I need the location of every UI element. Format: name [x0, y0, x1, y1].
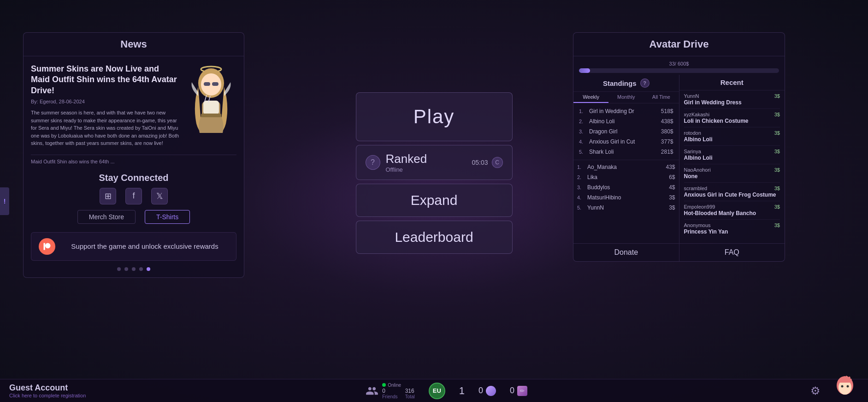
twitter-icon[interactable]: 𝕏 [151, 188, 168, 204]
score-2: 438$ [661, 118, 673, 125]
svg-rect-9 [201, 114, 221, 117]
patreon-section[interactable]: Support the game and unlock exclusive re… [31, 232, 236, 261]
facebook-icon[interactable]: f [125, 188, 142, 204]
recent-item-6: scrambled 3$ Anxious Girl in Cute Frog C… [684, 186, 780, 201]
svg-rect-3 [203, 101, 219, 114]
main-action-buttons: Play ? Ranked Offline 05:03 C Expand Lea… [356, 92, 513, 254]
standings-column: Standings ? Weekly Monthly All Time 1. G… [573, 75, 679, 243]
standings-item-1: 1. Girl in Wedding Dr 518$ [579, 106, 673, 116]
recent-skin-1: Girl in Wedding Dress [684, 99, 780, 106]
dot-3[interactable] [132, 267, 136, 271]
ranked-button[interactable]: ? Ranked Offline 05:03 C [356, 145, 513, 180]
character-illustration [188, 64, 234, 135]
carousel-dots [24, 267, 244, 277]
avatar-footer: Donate FAQ [573, 243, 785, 261]
name-5: Shark Loli [587, 149, 661, 155]
leaderboard-button[interactable]: Leaderboard [356, 221, 513, 254]
patreon-icon [39, 238, 55, 255]
personal-item-4: 4. MatsuriHibino 3$ [577, 192, 675, 203]
svg-rect-5 [204, 82, 210, 86]
recent-amount-8: 3$ [774, 222, 780, 228]
score-4: 377$ [661, 138, 673, 145]
region-badge[interactable]: EU [429, 383, 445, 399]
coin-icon [486, 386, 496, 396]
score-1: 518$ [661, 108, 673, 114]
account-section: Guest Account Click here to complete reg… [9, 383, 86, 398]
ranked-status: Offline [386, 166, 427, 173]
dot-5[interactable] [147, 267, 150, 271]
recent-item-1: YunnN 3$ Girl in Wedding Dress [684, 93, 780, 109]
merch-store-button[interactable]: Merch Store [77, 210, 136, 224]
donate-button[interactable]: Donate [573, 244, 679, 261]
score-display: 1 [459, 385, 465, 397]
recent-item-2: xyzKakashi 3$ Loli in Chicken Costume [684, 112, 780, 127]
discord-icon[interactable]: ⊞ [100, 188, 116, 204]
online-friends-widget: Online 0 Friends 316 [366, 383, 414, 399]
recent-skin-7: Hot-Blooded Manly Bancho [684, 210, 780, 216]
recent-header: Recent [679, 75, 785, 90]
standings-header: Standings ? [573, 75, 679, 92]
name-3: Dragon Girl [587, 128, 661, 135]
standings-item-3: 3. Dragon Girl 380$ [579, 126, 673, 137]
total-label: Total [405, 394, 415, 399]
recent-column: Recent YunnN 3$ Girl in Wedding Dress xy… [679, 75, 785, 243]
name-2: Albino Loli [587, 118, 661, 125]
tab-weekly[interactable]: Weekly [573, 92, 608, 103]
recent-user-2: xyzKakashi [684, 112, 710, 117]
recent-skin-8: Princess Yin Yan [684, 228, 780, 235]
recent-amount-5: 3$ [774, 167, 780, 173]
help-button[interactable]: ? [640, 78, 650, 88]
news-byline: By: Egerod, 28-06-2024 [31, 99, 180, 104]
friends-label: Friends [382, 394, 397, 399]
ranked-question-icon: ? [366, 155, 380, 170]
recent-list: YunnN 3$ Girl in Wedding Dress xyzKakash… [679, 90, 785, 243]
tab-alltime[interactable]: All Time [644, 92, 679, 103]
standings-title: Standings [603, 79, 637, 87]
standings-top-list: 1. Girl in Wedding Dr 518$ 2. Albino Lol… [573, 103, 679, 160]
rank-2: 2. [579, 119, 587, 124]
play-button[interactable]: Play [356, 92, 513, 141]
tshirts-button[interactable]: T-Shirts [145, 210, 190, 224]
personal-item-2: 2. Lika 6$ [577, 172, 675, 182]
svg-point-15 [847, 385, 849, 387]
online-indicator: Online [382, 383, 414, 388]
dot-2[interactable] [124, 267, 128, 271]
avatar-preview[interactable] [831, 372, 859, 400]
recent-skin-5: None [684, 173, 780, 180]
friends-icon [366, 384, 378, 397]
recent-user-6: scrambled [684, 186, 708, 191]
recent-amount-4: 3$ [774, 149, 780, 154]
news-snippet: Maid Outfit Shin also wins the 64th ... [24, 155, 244, 168]
news-avatar [186, 64, 236, 147]
faq-button[interactable]: FAQ [679, 244, 785, 261]
news-headline: Summer Skins are Now Live and Maid Outfi… [31, 64, 180, 96]
settings-button[interactable]: ⚙ [807, 383, 824, 399]
recent-amount-2: 3$ [774, 112, 780, 117]
ranked-right-side: 05:03 C [472, 157, 502, 168]
recent-user-1: YunnN [684, 93, 699, 99]
recent-amount-7: 3$ [774, 204, 780, 210]
recent-item-5: NaoAnohori 3$ None [684, 167, 780, 183]
news-panel: News Summer Skins are Now Live and Maid … [23, 32, 244, 278]
online-label: Online [388, 383, 401, 388]
ranked-c-badge: C [492, 157, 503, 168]
ranked-text-block: Ranked Offline [386, 152, 427, 173]
tab-monthly[interactable]: Monthly [608, 92, 644, 103]
bottom-bar: Guest Account Click here to complete reg… [0, 379, 868, 402]
account-type: Guest Account [9, 383, 68, 393]
dot-4[interactable] [139, 267, 143, 271]
recent-user-4: Sarinya [684, 149, 701, 154]
recent-skin-4: Albino Loli [684, 155, 780, 161]
expand-button[interactable]: Expand [356, 184, 513, 217]
rank-5: 5. [579, 149, 587, 155]
svg-rect-6 [212, 82, 218, 86]
news-body: The summer season is here, and with that… [31, 109, 180, 147]
news-text-area: Summer Skins are Now Live and Maid Outfi… [31, 64, 180, 147]
stay-connected-section: Stay Connected ⊞ f 𝕏 Merch Store T-Shirt… [24, 168, 244, 232]
standings-item-4: 4. Anxious Girl in Cut 377$ [579, 137, 673, 147]
standings-item-5: 5. Shark Loli 281$ [579, 147, 673, 157]
register-link[interactable]: Click here to complete registration [9, 393, 86, 398]
alert-icon: ! [4, 198, 6, 205]
dot-1[interactable] [117, 267, 121, 271]
alert-indicator: ! [0, 187, 9, 215]
